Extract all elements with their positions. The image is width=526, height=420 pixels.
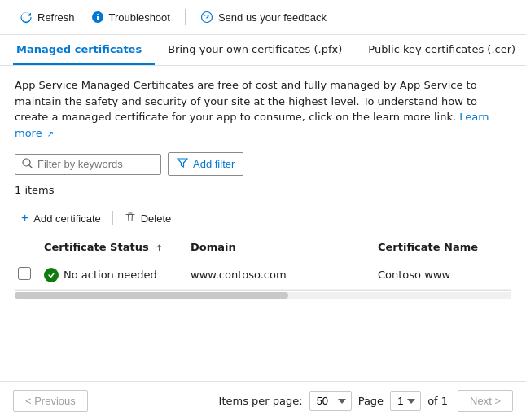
table-header: Certificate Status ↑ Domain Certificate … [15, 234, 511, 260]
header-domain-col: Domain [191, 241, 378, 253]
row-checkbox[interactable] [18, 267, 31, 280]
add-filter-button[interactable]: Add filter [168, 152, 243, 176]
svg-point-0 [201, 12, 212, 23]
troubleshoot-label: Troubleshoot [109, 11, 170, 24]
tabs: Managed certificates Bring your own cert… [0, 35, 526, 66]
table-row[interactable]: No action needed www.contoso.com Contoso… [15, 260, 511, 290]
delete-icon [125, 212, 136, 225]
delete-button[interactable]: Delete [118, 208, 178, 229]
next-button[interactable]: Next > [458, 390, 513, 412]
row-status-col: No action needed [44, 268, 191, 282]
tab-pfx-certificates[interactable]: Bring your own certificates (.pfx) [155, 35, 355, 65]
items-count: 1 items [15, 184, 511, 196]
search-icon [22, 158, 33, 171]
sort-icon: ↑ [156, 243, 162, 252]
tab-cer-certificates[interactable]: Public key certificates (.cer) [355, 35, 526, 65]
certificate-table: Certificate Status ↑ Domain Certificate … [15, 234, 511, 291]
row-cert-name-col: Contoso www [378, 269, 508, 281]
refresh-button[interactable]: Refresh [13, 7, 81, 28]
items-per-page-label: Items per page: [219, 395, 303, 407]
row-checkbox-col [18, 267, 44, 282]
troubleshoot-button[interactable]: Troubleshoot [85, 7, 177, 28]
troubleshoot-icon [91, 11, 104, 24]
feedback-label: Send us your feedback [218, 11, 327, 24]
of-label: of 1 [427, 395, 448, 407]
status-success-icon [44, 268, 59, 282]
header-name-col: Certificate Name [378, 241, 508, 253]
action-bar: + Add certificate Delete [15, 203, 511, 234]
filter-input-wrap[interactable] [15, 154, 161, 175]
pagination-footer: < Previous Items per page: 50 25 100 Pag… [0, 381, 526, 420]
description-text: App Service Managed Certificates are fre… [15, 77, 511, 141]
svg-line-2 [29, 165, 33, 168]
toolbar-separator [185, 9, 186, 25]
status-badge: No action needed [44, 268, 191, 282]
refresh-icon [20, 11, 33, 24]
tab-managed-certificates[interactable]: Managed certificates [13, 35, 155, 65]
filter-icon [177, 157, 188, 171]
status-label: No action needed [64, 269, 157, 281]
pagination-controls: Items per page: 50 25 100 Page 1 of 1 [219, 391, 449, 411]
scrollbar-thumb[interactable] [15, 292, 288, 299]
header-status-col: Certificate Status ↑ [44, 241, 191, 253]
page-label: Page [358, 395, 384, 407]
row-domain-col: www.contoso.com [191, 269, 378, 281]
add-certificate-button[interactable]: + Add certificate [15, 208, 107, 229]
filter-row: Add filter [15, 152, 511, 176]
previous-button[interactable]: < Previous [13, 390, 88, 412]
refresh-label: Refresh [37, 11, 75, 24]
add-icon: + [21, 211, 28, 225]
horizontal-scrollbar[interactable] [15, 292, 511, 299]
external-link-icon: ↗ [47, 129, 54, 138]
page-number-select[interactable]: 1 [390, 391, 421, 411]
toolbar: Refresh Troubleshoot Send us your feedba… [0, 0, 526, 35]
items-per-page-select[interactable]: 50 25 100 [309, 391, 352, 411]
feedback-icon [200, 11, 213, 24]
action-separator [112, 211, 113, 225]
feedback-button[interactable]: Send us your feedback [194, 7, 333, 28]
content-area: App Service Managed Certificates are fre… [0, 66, 526, 312]
filter-input[interactable] [37, 158, 154, 170]
add-filter-label: Add filter [193, 158, 235, 170]
